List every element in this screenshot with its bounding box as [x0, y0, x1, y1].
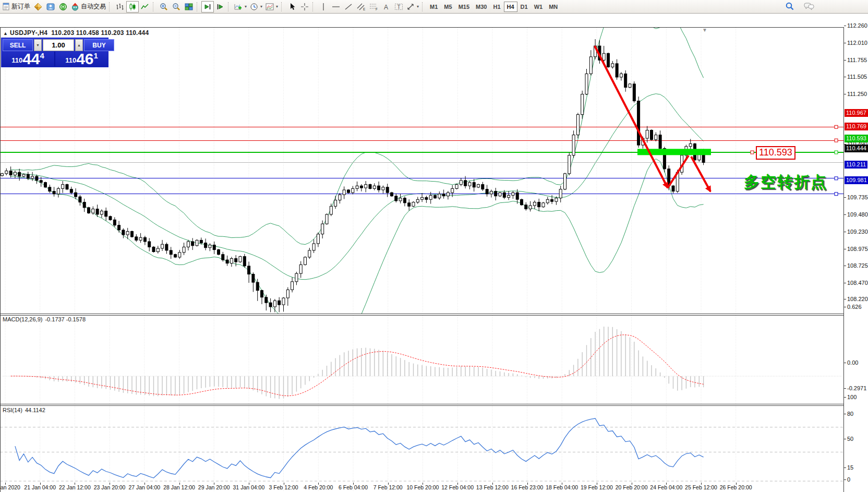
line-chart-icon — [141, 3, 149, 11]
buy-price[interactable]: 110 46 1 — [55, 52, 108, 66]
price-axis-tick — [844, 232, 846, 232]
timeframe-button-W1[interactable]: W1 — [531, 2, 546, 12]
macd-label: MACD(12,26,9)-0.1737 -0.1578 — [3, 316, 88, 322]
sell-price-figure: 110 — [11, 56, 22, 64]
text-tool-button[interactable]: A — [380, 1, 392, 13]
volume-up-button[interactable]: ▲ — [75, 39, 83, 51]
autotrading-icon — [71, 3, 79, 11]
sell-button[interactable]: SELL — [3, 39, 33, 51]
toolbar-grip — [228, 2, 231, 11]
timeframe-button-D1[interactable]: D1 — [517, 2, 531, 12]
autotrading-label: 自动交易 — [81, 2, 106, 11]
macd-axis-label: -0.2971 — [847, 385, 866, 391]
crosshair-icon — [300, 3, 309, 11]
community-button[interactable] — [44, 1, 57, 13]
horizontal-line-button[interactable] — [330, 1, 342, 13]
autotrading-button[interactable]: 自动交易 — [69, 1, 107, 13]
candlestick-chart-icon — [128, 3, 137, 11]
cursor-icon — [288, 3, 296, 10]
chart-shift-button[interactable] — [214, 1, 226, 13]
price-axis-label: 108.220 — [847, 296, 868, 302]
timeframe-button-MN[interactable]: MN — [546, 2, 561, 12]
chart-title: ▲USDJPY-,H4 110.203 110.458 110.203 110.… — [3, 29, 149, 37]
chart-bars-button[interactable] — [114, 1, 126, 13]
chevron-down-icon: ▾ — [260, 4, 262, 9]
volume-down-button[interactable]: ▼ — [34, 39, 42, 51]
templates-button[interactable]: ▾ — [264, 1, 280, 13]
timeframe-button-M30[interactable]: M30 — [473, 2, 490, 12]
toolbar-grip — [109, 2, 112, 11]
chart-candles-button[interactable] — [126, 1, 139, 13]
indicators-button[interactable]: ▾ — [233, 1, 248, 13]
arrows-tool-button[interactable]: ▾ — [405, 1, 420, 13]
tile-windows-button[interactable] — [183, 1, 195, 13]
annotation-text[interactable]: 多空转折点 — [744, 172, 827, 193]
price-axis-tick — [844, 77, 846, 77]
channel-button[interactable]: E — [355, 1, 367, 13]
news-button[interactable] — [57, 1, 69, 13]
price-axis-tick — [844, 299, 846, 299]
auto-scroll-icon — [203, 3, 212, 11]
timeframe-button-M15[interactable]: M15 — [455, 2, 473, 12]
mt4-terminal: { "toolbar": { "new_order": "新订单", "auto… — [0, 0, 868, 492]
indicators-icon — [234, 3, 243, 11]
collapse-panel-icon[interactable]: ▲ — [3, 31, 8, 36]
main-price-pane[interactable] — [0, 28, 844, 314]
price-axis-marker: 110.967 — [845, 109, 868, 117]
cursor-button[interactable] — [286, 1, 298, 13]
price-axis-label: 111.755 — [847, 57, 867, 63]
rsi-axis-tick — [844, 397, 846, 398]
timeframe-button-M5[interactable]: M5 — [441, 2, 455, 12]
auto-scroll-button[interactable] — [201, 1, 214, 13]
buy-price-pips: 46 — [76, 52, 93, 66]
toolbar-grip — [312, 2, 315, 11]
volume-input[interactable] — [43, 39, 74, 51]
toolbar-grip — [281, 2, 284, 11]
metaquotes-button[interactable] — [32, 1, 44, 13]
vertical-line-button[interactable] — [317, 1, 330, 13]
text-tool-label: A — [384, 3, 388, 10]
chat-button[interactable] — [802, 1, 816, 12]
rsi-value: 44.1142 — [25, 407, 45, 413]
zoom-out-icon — [172, 3, 180, 11]
price-callout-label[interactable]: 110.593 — [756, 146, 795, 160]
price-axis-label: 109.230 — [847, 229, 868, 235]
zoom-in-button[interactable] — [158, 1, 170, 13]
equidistant-channel-icon: E — [357, 3, 366, 11]
chart-shift-marker-icon[interactable]: ▼ — [702, 27, 707, 33]
search-icon — [785, 2, 794, 11]
periods-button[interactable]: ▾ — [248, 1, 264, 13]
price-axis-tick — [844, 26, 846, 26]
crosshair-button[interactable] — [298, 1, 311, 13]
toolbar-grip — [153, 2, 155, 11]
price-axis-tick — [844, 249, 846, 249]
search-button[interactable] — [783, 1, 796, 12]
trendline-button[interactable] — [342, 1, 355, 13]
label-tool-button[interactable]: T — [392, 1, 405, 13]
buy-button[interactable]: BUY — [84, 39, 114, 51]
chart-line-button[interactable] — [139, 1, 151, 13]
arrows-tool-icon — [406, 3, 415, 11]
rsi-axis-label: 100 — [847, 394, 857, 400]
macd-pane[interactable] — [0, 316, 844, 404]
text-label-icon: T — [394, 3, 403, 11]
label-tool-label: T — [397, 4, 400, 9]
sell-price[interactable]: 110 44 4 — [2, 52, 54, 66]
chevron-down-icon: ▾ — [245, 4, 247, 9]
toolbar-grip — [422, 2, 425, 11]
new-order-button[interactable]: 新订单 — [1, 1, 32, 13]
buy-price-point: 1 — [94, 51, 98, 60]
timeframe-button-H4[interactable]: H4 — [504, 2, 517, 12]
rsi-axis-tick — [844, 439, 846, 439]
timeframe-button-M1[interactable]: M1 — [427, 2, 441, 12]
price-axis-label: 108.725 — [847, 262, 868, 269]
macd-axis-tick — [844, 307, 846, 307]
timeframe-button-H1[interactable]: H1 — [490, 2, 503, 12]
text-icon: A — [382, 3, 390, 11]
bar-chart-icon — [116, 3, 124, 11]
price-axis-tick — [844, 60, 846, 61]
price-axis-marker: 110.769 — [845, 123, 868, 130]
rsi-pane[interactable] — [0, 406, 844, 492]
fibonacci-button[interactable]: F — [367, 1, 380, 13]
zoom-out-button[interactable] — [170, 1, 183, 13]
